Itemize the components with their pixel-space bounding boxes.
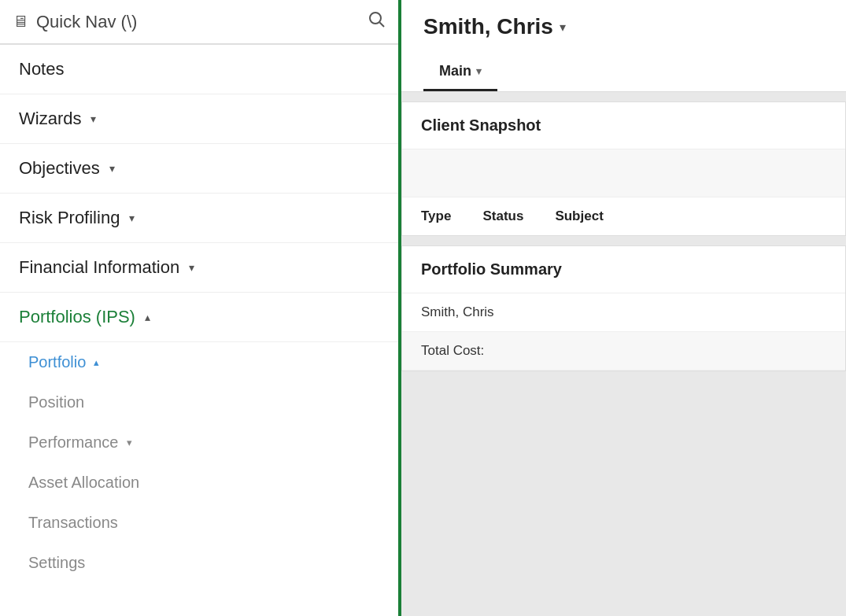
- portfolios-ips-label: Portfolios (IPS): [19, 307, 135, 327]
- portfolio-summary-title: Portfolio Summary: [402, 246, 845, 293]
- search-icon[interactable]: [368, 11, 386, 32]
- col-header-status: Status: [482, 208, 523, 224]
- performance-label: Performance: [28, 433, 119, 452]
- monitor-icon: 🖥: [13, 13, 28, 31]
- svg-point-0: [370, 13, 381, 24]
- risk-profiling-label: Risk Profiling: [19, 208, 120, 228]
- chevron-down-icon: ▾: [129, 212, 135, 224]
- wizards-label: Wizards: [19, 109, 81, 129]
- chevron-down-icon: ▾: [91, 113, 96, 125]
- settings-label: Settings: [28, 554, 85, 572]
- sidebar-subitem-performance[interactable]: Performance ▾: [0, 422, 398, 463]
- client-name: Smith, Chris: [423, 14, 553, 39]
- portfolio-label: Portfolio: [28, 353, 86, 371]
- main-body: Client Snapshot Type Status Subject Port…: [401, 92, 846, 616]
- tab-chevron-icon: ▾: [476, 65, 482, 77]
- tab-main[interactable]: Main ▾: [423, 55, 497, 91]
- sidebar-subitem-settings[interactable]: Settings: [0, 543, 398, 583]
- main-header: Smith, Chris ▾ Main ▾: [401, 0, 846, 92]
- client-snapshot-body: [402, 149, 845, 197]
- tab-main-label: Main: [439, 63, 471, 79]
- sidebar-subitem-portfolio[interactable]: Portfolio ▴: [0, 342, 398, 382]
- chevron-down-icon: ▾: [127, 437, 132, 448]
- client-snapshot-table-header: Type Status Subject: [402, 197, 845, 235]
- portfolio-summary-card: Portfolio Summary Smith, Chris Total Cos…: [401, 245, 846, 371]
- position-label: Position: [28, 393, 84, 411]
- financial-information-label: Financial Information: [19, 257, 179, 278]
- sidebar-item-objectives[interactable]: Objectives ▾: [0, 144, 398, 194]
- main-content: Smith, Chris ▾ Main ▾ Client Snapshot Ty…: [401, 0, 846, 616]
- sidebar-item-financial-information[interactable]: Financial Information ▾: [0, 243, 398, 293]
- tabs-row: Main ▾: [423, 55, 824, 91]
- transactions-label: Transactions: [28, 514, 118, 532]
- col-header-subject: Subject: [555, 208, 603, 224]
- chevron-up-icon: ▴: [145, 311, 150, 323]
- chevron-down-icon: ▾: [109, 162, 115, 175]
- objectives-label: Objectives: [19, 158, 100, 179]
- sidebar-item-portfolios-ips[interactable]: Portfolios (IPS) ▴: [0, 293, 398, 342]
- notes-label: Notes: [19, 59, 64, 79]
- quick-nav-label: Quick Nav (\): [36, 12, 360, 32]
- portfolio-client-name-row: Smith, Chris: [402, 293, 845, 332]
- sidebar-subitem-position[interactable]: Position: [0, 382, 398, 422]
- sidebar-subitem-transactions[interactable]: Transactions: [0, 503, 398, 543]
- chevron-down-icon: ▾: [189, 261, 194, 274]
- svg-line-1: [380, 23, 385, 28]
- sidebar: 🖥 Quick Nav (\) Notes Wizards ▾ Objectiv…: [0, 0, 401, 616]
- asset-allocation-label: Asset Allocation: [28, 474, 139, 492]
- portfolio-total-cost-row: Total Cost:: [402, 332, 845, 371]
- client-name-row: Smith, Chris ▾: [423, 14, 824, 49]
- sidebar-item-wizards[interactable]: Wizards ▾: [0, 94, 398, 144]
- sidebar-subitem-asset-allocation[interactable]: Asset Allocation: [0, 463, 398, 503]
- col-header-type: Type: [421, 208, 451, 224]
- client-snapshot-title: Client Snapshot: [402, 102, 845, 149]
- chevron-up-icon: ▴: [94, 356, 99, 368]
- sidebar-item-risk-profiling[interactable]: Risk Profiling ▾: [0, 194, 398, 243]
- client-snapshot-card: Client Snapshot Type Status Subject: [401, 101, 846, 236]
- sidebar-item-notes[interactable]: Notes: [0, 45, 398, 94]
- quick-nav-bar: 🖥 Quick Nav (\): [0, 0, 398, 44]
- client-chevron-icon[interactable]: ▾: [560, 20, 566, 35]
